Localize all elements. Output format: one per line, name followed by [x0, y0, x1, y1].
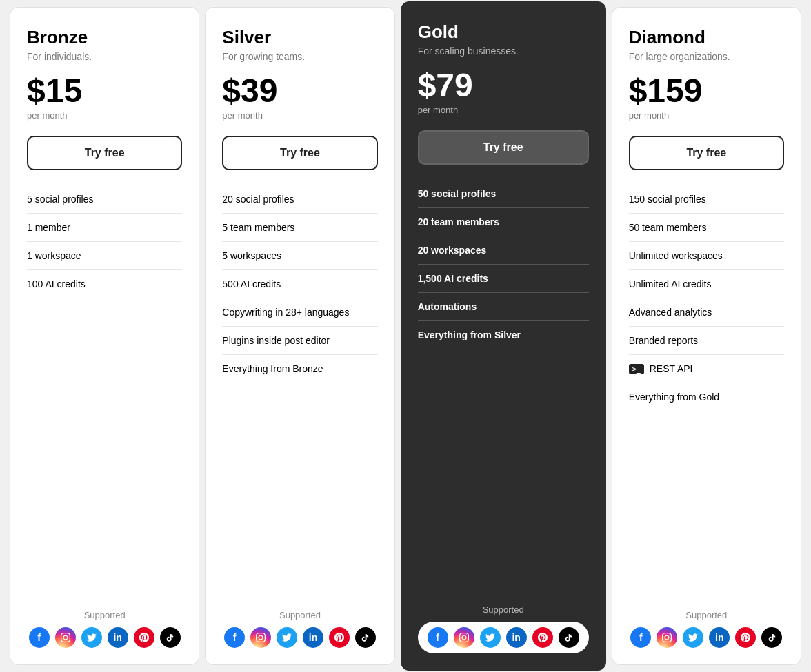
- silver-social-icons: f in: [222, 627, 377, 648]
- list-item: 1 workspace: [27, 242, 182, 270]
- gold-plan-name: Gold: [418, 21, 589, 43]
- diamond-plan-name: Diamond: [629, 27, 784, 48]
- list-item: 150 social profiles: [629, 185, 784, 214]
- facebook-icon: f: [224, 627, 245, 648]
- diamond-plan-period: per month: [629, 110, 784, 121]
- twitter-icon: [277, 627, 297, 648]
- silver-plan-price: $39: [222, 74, 377, 108]
- list-item: Everything from Bronze: [222, 355, 377, 383]
- list-item: Everything from Gold: [629, 383, 784, 411]
- list-item: Plugins inside post editor: [222, 327, 377, 355]
- list-item: >_ REST API: [629, 355, 784, 383]
- bronze-plan-desc: For individuals.: [27, 51, 182, 62]
- gold-social-icons: f in: [418, 622, 589, 653]
- list-item: 5 social profiles: [27, 185, 182, 214]
- linkedin-icon: in: [506, 627, 527, 648]
- gold-supported-label: Supported: [418, 604, 589, 615]
- bronze-plan-card: Bronze For individuals. $15 per month Tr…: [10, 7, 199, 665]
- diamond-plan-desc: For large organizations.: [629, 51, 784, 62]
- list-item: 20 workspaces: [418, 236, 589, 265]
- diamond-plan-card: Diamond For large organizations. $159 pe…: [612, 7, 801, 665]
- silver-plan-name: Silver: [222, 27, 377, 48]
- rest-api-icon: >_: [629, 364, 644, 374]
- tiktok-icon: [355, 627, 376, 648]
- pinterest-icon: [735, 627, 756, 648]
- gold-plan-price: $79: [418, 69, 589, 102]
- linkedin-icon: in: [108, 627, 128, 648]
- list-item: 1 member: [27, 214, 182, 242]
- list-item: 20 social profiles: [222, 185, 377, 214]
- linkedin-icon: in: [303, 627, 323, 648]
- gold-plan-desc: For scaling businesses.: [418, 45, 589, 57]
- rest-api-item: >_ REST API: [629, 363, 784, 374]
- gold-plan-period: per month: [418, 105, 589, 115]
- diamond-plan-price: $159: [629, 74, 784, 108]
- linkedin-icon: in: [709, 627, 730, 648]
- silver-plan-period: per month: [222, 110, 377, 121]
- bronze-plan-price: $15: [27, 74, 182, 108]
- facebook-icon: f: [630, 627, 651, 648]
- diamond-supported-section: Supported f in: [629, 610, 784, 648]
- bronze-supported-label: Supported: [27, 610, 182, 620]
- list-item: Automations: [418, 293, 589, 321]
- list-item: 1,500 AI credits: [418, 265, 589, 293]
- gold-supported-section: Supported f in: [418, 604, 589, 653]
- list-item: 5 team members: [222, 214, 377, 242]
- list-item: 50 team members: [629, 214, 784, 242]
- bronze-social-icons: f in: [27, 627, 182, 648]
- gold-features-list: 50 social profiles 20 team members 20 wo…: [418, 180, 589, 591]
- silver-try-free-button[interactable]: Try free: [222, 136, 377, 170]
- list-item: Branded reports: [629, 327, 784, 355]
- bronze-try-free-button[interactable]: Try free: [27, 136, 182, 170]
- list-item: Unlimited workspaces: [629, 242, 784, 270]
- diamond-supported-label: Supported: [629, 610, 784, 620]
- facebook-icon: f: [428, 627, 448, 648]
- diamond-social-icons: f in: [629, 627, 784, 648]
- bronze-supported-section: Supported f in: [27, 610, 182, 648]
- gold-try-free-button[interactable]: Try free: [418, 130, 589, 165]
- rest-api-label: REST API: [650, 363, 693, 374]
- list-item: Advanced analytics: [629, 298, 784, 327]
- pinterest-icon: [532, 627, 553, 648]
- tiktok-icon: [559, 627, 579, 648]
- instagram-icon: [657, 627, 677, 648]
- list-item: 500 AI credits: [222, 270, 377, 298]
- diamond-try-free-button[interactable]: Try free: [629, 136, 784, 170]
- twitter-icon: [81, 627, 102, 648]
- silver-plan-card: Silver For growing teams. $39 per month …: [205, 7, 394, 665]
- pinterest-icon: [329, 627, 350, 648]
- twitter-icon: [480, 627, 501, 648]
- diamond-features-list: 150 social profiles 50 team members Unli…: [629, 185, 784, 596]
- list-item: 50 social profiles: [418, 180, 589, 208]
- list-item: Everything from Silver: [418, 321, 589, 349]
- instagram-icon: [55, 627, 76, 648]
- gold-plan-card: Gold For scaling businesses. $79 per mon…: [401, 1, 606, 671]
- silver-features-list: 20 social profiles 5 team members 5 work…: [222, 185, 377, 596]
- twitter-icon: [683, 627, 703, 648]
- silver-supported-label: Supported: [222, 610, 377, 620]
- facebook-icon: f: [29, 627, 50, 648]
- pricing-container: Bronze For individuals. $15 per month Tr…: [7, 7, 804, 665]
- silver-plan-desc: For growing teams.: [222, 51, 377, 62]
- tiktok-icon: [761, 627, 782, 648]
- bronze-plan-period: per month: [27, 110, 182, 121]
- instagram-icon: [250, 627, 271, 648]
- silver-supported-section: Supported f in: [222, 610, 377, 648]
- bronze-plan-name: Bronze: [27, 27, 182, 48]
- list-item: 100 AI credits: [27, 270, 182, 298]
- list-item: 5 workspaces: [222, 242, 377, 270]
- list-item: 20 team members: [418, 208, 589, 236]
- pinterest-icon: [134, 627, 154, 648]
- list-item: Unlimited AI credits: [629, 270, 784, 298]
- tiktok-icon: [160, 627, 181, 648]
- list-item: Copywriting in 28+ languages: [222, 298, 377, 327]
- instagram-icon: [454, 627, 474, 648]
- bronze-features-list: 5 social profiles 1 member 1 workspace 1…: [27, 185, 182, 596]
